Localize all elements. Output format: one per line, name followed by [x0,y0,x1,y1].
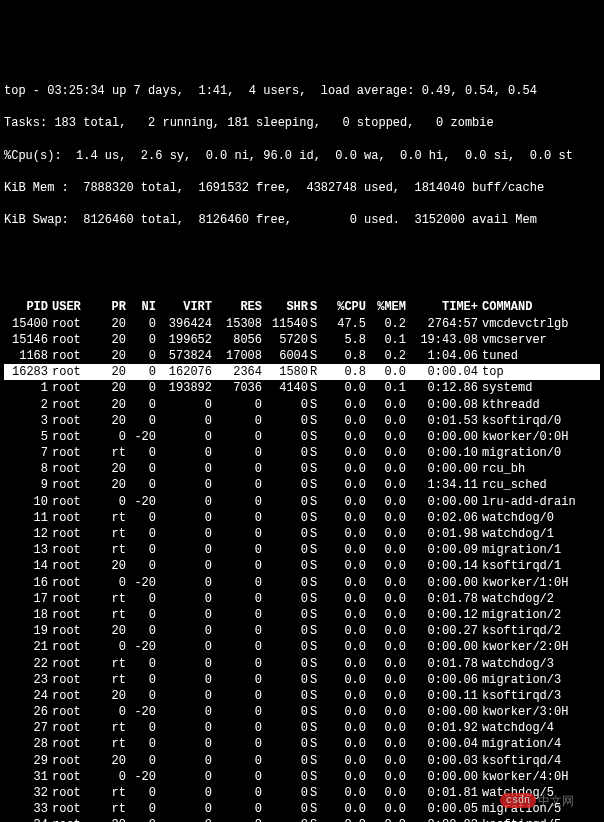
cell: 0 [126,364,156,380]
col-virt[interactable]: VIRT [156,299,212,315]
cell: 0 [212,736,262,752]
cell: 199652 [156,332,212,348]
table-row[interactable]: 18rootrt0000S0.00.00:00.12migration/2 [4,607,600,623]
process-table[interactable]: PID USER PR NI VIRT RES SHR S %CPU %MEM … [4,299,600,822]
cell: 22 [4,656,48,672]
cell: 0.0 [366,704,406,720]
cell: 0 [212,429,262,445]
cell: ksoftirqd/0 [478,413,600,429]
col-shr[interactable]: SHR [262,299,308,315]
cell: S [308,672,324,688]
cell: 0.0 [366,801,406,817]
table-row[interactable]: 22rootrt0000S0.00.00:01.78watchdog/3 [4,656,600,672]
summary-line-2: Tasks: 183 total, 2 running, 181 sleepin… [4,115,600,131]
table-row[interactable]: 9root200000S0.00.01:34.11rcu_sched [4,477,600,493]
table-row[interactable]: 16283root20016207623641580R0.80.00:00.04… [4,364,600,380]
table-header-row[interactable]: PID USER PR NI VIRT RES SHR S %CPU %MEM … [4,299,600,315]
cell: 0:00.04 [406,364,478,380]
table-row[interactable]: 1168root200573824170086004S0.80.21:04.06… [4,348,600,364]
cell: rt [96,736,126,752]
cell: 0.0 [324,542,366,558]
table-row[interactable]: 26root0-20000S0.00.00:00.00kworker/3:0H [4,704,600,720]
cell: 0.0 [324,720,366,736]
table-row[interactable]: 21root0-20000S0.00.00:00.00kworker/2:0H [4,639,600,655]
cell: 14 [4,558,48,574]
col-pr[interactable]: PR [96,299,126,315]
cell: 0 [262,656,308,672]
cell: 20 [96,364,126,380]
cell: watchdog/0 [478,510,600,526]
table-row[interactable]: 27rootrt0000S0.00.00:01.92watchdog/4 [4,720,600,736]
table-row[interactable]: 13rootrt0000S0.00.00:00.09migration/1 [4,542,600,558]
col-cpu[interactable]: %CPU [324,299,366,315]
cell: 0:00.27 [406,623,478,639]
cell: 31 [4,769,48,785]
col-ni[interactable]: NI [126,299,156,315]
top-summary: top - 03:25:34 up 7 days, 1:41, 4 users,… [4,67,600,245]
cell: 1580 [262,364,308,380]
table-row[interactable]: 3root200000S0.00.00:01.53ksoftirqd/0 [4,413,600,429]
table-row[interactable]: 32rootrt0000S0.00.00:01.81watchdog/5 [4,785,600,801]
cell: 0:02.06 [406,510,478,526]
table-row[interactable]: 16root0-20000S0.00.00:00.00kworker/1:0H [4,575,600,591]
table-row[interactable]: 12rootrt0000S0.00.00:01.98watchdog/1 [4,526,600,542]
table-row[interactable]: 15146root20019965280565720S5.80.119:43.0… [4,332,600,348]
cell: root [48,397,96,413]
table-row[interactable]: 24root200000S0.00.00:00.11ksoftirqd/3 [4,688,600,704]
cell: 0:00.12 [406,607,478,623]
cell: 0.0 [366,817,406,822]
cell: root [48,348,96,364]
cell: 0 [126,672,156,688]
table-row[interactable]: 11rootrt0000S0.00.00:02.06watchdog/0 [4,510,600,526]
cell: watchdog/1 [478,526,600,542]
cell: S [308,316,324,332]
cell: -20 [126,494,156,510]
col-time[interactable]: TIME+ [406,299,478,315]
cell: 0 [126,413,156,429]
cell: 0:00.03 [406,753,478,769]
table-row[interactable]: 34root200000S0.00.00:00.02ksoftirqd/5 [4,817,600,822]
col-mem[interactable]: %MEM [366,299,406,315]
table-row[interactable]: 14root200000S0.00.00:00.14ksoftirqd/1 [4,558,600,574]
cell: 0 [262,477,308,493]
table-row[interactable]: 28rootrt0000S0.00.00:00.04migration/4 [4,736,600,752]
table-row[interactable]: 2root200000S0.00.00:00.08kthreadd [4,397,600,413]
cell: 0:00.00 [406,704,478,720]
cell: 0 [262,817,308,822]
table-row[interactable]: 1root20019389270364140S0.00.10:12.86syst… [4,380,600,396]
col-s[interactable]: S [308,299,324,315]
cell: 0:00.00 [406,639,478,655]
table-row[interactable]: 33rootrt0000S0.00.00:00.05migration/5 [4,801,600,817]
cell: 0.0 [324,429,366,445]
cell: 162076 [156,364,212,380]
table-row[interactable]: 17rootrt0000S0.00.00:01.78watchdog/2 [4,591,600,607]
table-row[interactable]: 23rootrt0000S0.00.00:00.06migration/3 [4,672,600,688]
table-row[interactable]: 5root0-20000S0.00.00:00.00kworker/0:0H [4,429,600,445]
cell: 17008 [212,348,262,364]
cell: S [308,704,324,720]
table-row[interactable]: 19root200000S0.00.00:00.27ksoftirqd/2 [4,623,600,639]
table-row[interactable]: 8root200000S0.00.00:00.00rcu_bh [4,461,600,477]
cell: 0 [212,720,262,736]
col-cmd[interactable]: COMMAND [478,299,600,315]
cell: 15146 [4,332,48,348]
table-row[interactable]: 29root200000S0.00.00:00.03ksoftirqd/4 [4,753,600,769]
cell: 0.0 [366,542,406,558]
cell: 0:00.00 [406,575,478,591]
cell: root [48,607,96,623]
table-row[interactable]: 7rootrt0000S0.00.00:00.10migration/0 [4,445,600,461]
cell: 8 [4,461,48,477]
col-res[interactable]: RES [212,299,262,315]
cell: 17 [4,591,48,607]
table-row[interactable]: 10root0-20000S0.00.00:00.00lru-add-drain [4,494,600,510]
cell: 2 [4,397,48,413]
table-row[interactable]: 31root0-20000S0.00.00:00.00kworker/4:0H [4,769,600,785]
cell: 0 [212,656,262,672]
col-pid[interactable]: PID [4,299,48,315]
col-user[interactable]: USER [48,299,96,315]
cell: 26 [4,704,48,720]
cell: 0 [212,575,262,591]
cell: 0 [126,348,156,364]
cell: systemd [478,380,600,396]
table-row[interactable]: 15400root2003964241530811540S47.50.22764… [4,316,600,332]
